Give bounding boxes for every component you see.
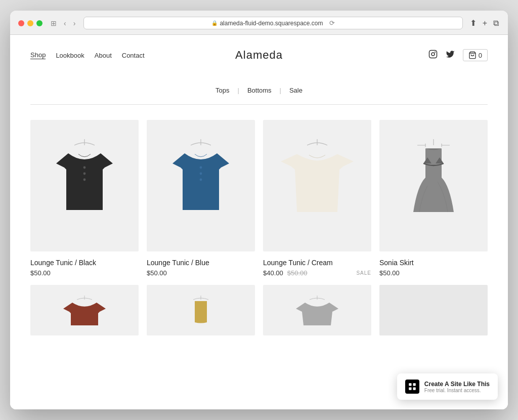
product-price-2: $40.00 xyxy=(263,269,283,277)
cart-button[interactable]: 0 xyxy=(463,49,488,61)
browser-controls: ⊞ ‹ › xyxy=(49,18,77,28)
product-price-row-3: $50.00 xyxy=(379,269,488,277)
nav-about[interactable]: About xyxy=(95,52,112,59)
product-price-row-0: $50.00 xyxy=(30,269,139,277)
back-button[interactable]: ‹ xyxy=(62,18,68,28)
product-price-1: $50.00 xyxy=(147,269,167,277)
separator-1: | xyxy=(237,87,239,94)
product-price-row-1: $50.00 xyxy=(147,269,255,277)
squarespace-logo xyxy=(405,380,419,394)
browser-actions: ⬆ + ⧉ xyxy=(469,17,500,29)
twitter-icon[interactable] xyxy=(446,50,455,61)
product-original-price-2: $50.00 xyxy=(287,269,308,277)
product-card-black-tunic[interactable]: Lounge Tunic / Black $50.00 xyxy=(30,120,139,277)
svg-rect-21 xyxy=(409,388,411,390)
svg-rect-0 xyxy=(429,51,437,58)
instagram-icon[interactable] xyxy=(428,50,438,61)
svg-point-7 xyxy=(83,179,86,181)
svg-point-11 xyxy=(200,179,202,181)
svg-point-5 xyxy=(83,166,86,169)
second-row-image-2 xyxy=(147,285,255,335)
nav-lookbook[interactable]: Lookbook xyxy=(56,52,84,59)
product-name-1: Lounge Tunic / Blue xyxy=(147,259,255,267)
svg-point-6 xyxy=(83,173,86,175)
sale-badge-2: SALE xyxy=(356,270,371,276)
svg-rect-19 xyxy=(409,383,411,386)
product-name-2: Lounge Tunic / Cream xyxy=(263,259,371,267)
svg-point-1 xyxy=(431,53,435,56)
product-price-row-2: $40.00 $50.00 SALE xyxy=(263,269,371,277)
second-row-image-3 xyxy=(263,285,371,335)
forward-button[interactable]: › xyxy=(71,18,78,28)
minimize-button[interactable] xyxy=(27,20,33,26)
second-row-item-1[interactable] xyxy=(30,285,139,343)
close-button[interactable] xyxy=(18,20,24,26)
second-row-grid xyxy=(10,277,508,343)
second-row-image-4 xyxy=(379,285,488,335)
product-name-3: Sonia Skirt xyxy=(379,259,488,267)
svg-rect-20 xyxy=(413,383,415,386)
promo-text: Create A Site Like This Free trial. Inst… xyxy=(424,381,490,393)
product-card-blue-tunic[interactable]: Lounge Tunic / Blue $50.00 xyxy=(147,120,255,277)
new-tab-button[interactable]: + xyxy=(482,18,488,29)
nav-left: Shop Lookbook About Contact xyxy=(30,51,145,59)
product-image-skirt xyxy=(379,120,488,251)
second-row-item-2[interactable] xyxy=(147,285,255,343)
site-header: Shop Lookbook About Contact Alameda xyxy=(10,35,508,71)
svg-point-9 xyxy=(200,166,202,169)
product-image-black xyxy=(30,120,139,251)
category-filter: Tops | Bottoms | Sale xyxy=(10,71,508,104)
second-row-item-3[interactable] xyxy=(263,285,371,343)
product-name-0: Lounge Tunic / Black xyxy=(30,259,139,267)
promo-title: Create A Site Like This xyxy=(424,381,490,388)
svg-rect-22 xyxy=(413,388,415,390)
svg-point-10 xyxy=(200,173,202,175)
divider xyxy=(30,104,488,105)
product-image-cream xyxy=(263,120,371,251)
filter-bottoms[interactable]: Bottoms xyxy=(247,87,272,94)
product-card-cream-tunic[interactable]: Lounge Tunic / Cream $40.00 $50.00 SALE xyxy=(263,120,371,277)
url-text: alameda-fluid-demo.squarespace.com xyxy=(220,20,323,27)
nav-right: 0 xyxy=(428,49,488,61)
second-row-item-4[interactable] xyxy=(379,285,488,343)
separator-2: | xyxy=(280,87,281,94)
tabs-button[interactable]: ⧉ xyxy=(492,18,500,29)
second-row-image-1 xyxy=(30,285,139,335)
product-price-3: $50.00 xyxy=(379,269,400,277)
filter-tops[interactable]: Tops xyxy=(215,87,229,94)
traffic-lights xyxy=(18,20,42,26)
promo-subtitle: Free trial. Instant access. xyxy=(424,388,490,393)
svg-point-2 xyxy=(435,52,436,53)
sidebar-toggle[interactable]: ⊞ xyxy=(49,18,59,28)
nav-shop[interactable]: Shop xyxy=(30,51,46,59)
product-image-blue xyxy=(147,120,255,251)
site-title: Alameda xyxy=(235,49,283,62)
cart-icon xyxy=(468,51,477,59)
product-grid: Lounge Tunic / Black $50.00 xyxy=(10,120,508,277)
product-card-sonia-skirt[interactable]: Sonia Skirt $50.00 xyxy=(379,120,488,277)
cart-count: 0 xyxy=(479,52,482,59)
lock-icon: 🔒 xyxy=(211,20,218,26)
reload-icon[interactable]: ⟳ xyxy=(329,19,335,27)
product-price-0: $50.00 xyxy=(30,269,51,277)
nav-contact[interactable]: Contact xyxy=(122,52,145,59)
share-button[interactable]: ⬆ xyxy=(469,17,478,29)
address-bar[interactable]: 🔒 alameda-fluid-demo.squarespace.com ⟳ xyxy=(83,17,462,29)
filter-sale[interactable]: Sale xyxy=(289,87,303,94)
maximize-button[interactable] xyxy=(36,20,42,26)
squarespace-promo[interactable]: Create A Site Like This Free trial. Inst… xyxy=(397,373,498,400)
